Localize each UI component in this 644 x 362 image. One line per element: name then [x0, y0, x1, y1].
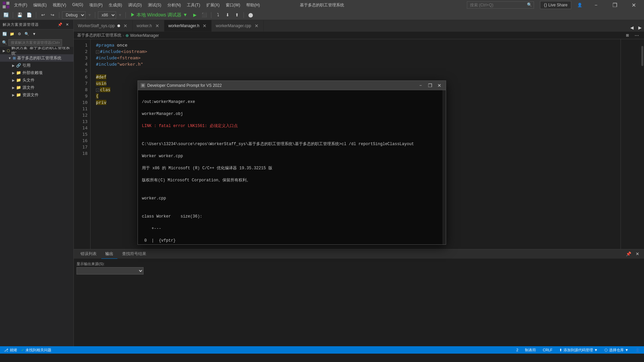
- tb-undo-btn[interactable]: ↩: [39, 11, 47, 19]
- breadcrumb-more-btn[interactable]: ⋯: [633, 32, 641, 40]
- statusbar-git[interactable]: ⎇ 就绪: [3, 346, 18, 354]
- tb-step-into[interactable]: ⬇: [223, 11, 231, 19]
- tree-headers[interactable]: ▶ 📁 头文件: [0, 76, 73, 84]
- account-icon-sb: 👤: [635, 348, 640, 352]
- tab-workermanager-h-close[interactable]: ✕: [202, 23, 207, 28]
- statusbar-account[interactable]: 👤: [634, 346, 641, 354]
- v-scrollbar[interactable]: [641, 39, 644, 249]
- tb-attach-btn[interactable]: ▶: [191, 11, 199, 19]
- select-repo-icon: ⬡: [604, 348, 608, 352]
- tab-worker-h-close[interactable]: ✕: [155, 23, 160, 28]
- statusbar-encoding[interactable]: CRLF: [541, 346, 554, 354]
- fold-btn-2[interactable]: -: [96, 50, 99, 54]
- tab-workermanager-h[interactable]: workerManager.h ✕: [164, 20, 212, 32]
- tab-worker-h[interactable]: worker.h ✕: [132, 20, 164, 32]
- menu-view[interactable]: 视图(V): [50, 2, 69, 9]
- overlay-titlebar[interactable]: ⊞ Developer Command Prompt for VS 2022 －…: [138, 81, 446, 90]
- statusbar-tab[interactable]: 制表符: [524, 346, 537, 354]
- panel-tab-output[interactable]: 输出: [101, 249, 117, 259]
- tree-resources[interactable]: ▶ 📁 资源文件: [0, 91, 73, 99]
- account-icon[interactable]: 👤: [575, 3, 585, 7]
- v-scrollbar-thumb[interactable]: [641, 46, 643, 66]
- close-button[interactable]: ✕: [626, 0, 641, 10]
- select-repo-label: 选择仓库 ▼: [609, 348, 629, 353]
- restore-button[interactable]: ❐: [607, 0, 623, 10]
- tab-workerstaff-close[interactable]: ✕: [123, 23, 128, 28]
- breadcrumb-project[interactable]: 基于多态的职工管理系统: [77, 33, 121, 38]
- sidebar-tb-btn2[interactable]: 📁: [9, 31, 15, 37]
- tab-label: 制表符: [525, 348, 536, 353]
- panel-close-btn[interactable]: ✕: [633, 250, 641, 258]
- statusbar-select-repo[interactable]: ⬡ 选择仓库 ▼: [603, 346, 630, 354]
- sidebar-tb-btn1[interactable]: 🔄: [1, 31, 8, 37]
- tree-sources[interactable]: ▶ 📁 源文件: [0, 84, 73, 91]
- run-button[interactable]: ▶ 本地 Windows 调试器 ▼: [128, 12, 190, 18]
- tb-step-over[interactable]: ⤵: [214, 11, 222, 19]
- tree-ext[interactable]: ▶ 📁 外部依赖项: [0, 69, 73, 76]
- menu-tools[interactable]: 工具(T): [184, 2, 203, 9]
- sidebar-tb-btn4[interactable]: 🔍: [23, 31, 30, 37]
- tb-redo-btn[interactable]: ↪: [48, 11, 56, 19]
- menu-build[interactable]: 生成(B): [106, 2, 125, 9]
- tab-workermanager-cpp-close[interactable]: ✕: [254, 23, 259, 28]
- live-share-button[interactable]: ⟨⟩ Live Share: [540, 1, 571, 9]
- menu-extensions[interactable]: 扩展(X): [204, 2, 222, 9]
- line-col-label: 2: [516, 348, 518, 352]
- tb-bp-btn[interactable]: ⬤: [247, 11, 255, 19]
- fold-btn-8[interactable]: -: [96, 88, 99, 92]
- tb-save-btn[interactable]: 💾: [16, 11, 24, 19]
- menu-file[interactable]: 文件(F): [11, 2, 30, 9]
- breadcrumb-symbol[interactable]: WorkerManager: [130, 33, 159, 38]
- svg-rect-1: [6, 2, 9, 5]
- tree-ref[interactable]: ▶ 🔗 引用: [0, 62, 73, 69]
- sidebar-tb-btn5[interactable]: ▼: [31, 31, 38, 37]
- menu-window[interactable]: 窗口(W): [223, 2, 243, 9]
- global-search-input[interactable]: [467, 1, 534, 9]
- panel-tab-errors[interactable]: 错误列表: [76, 249, 101, 259]
- sidebar-close-btn[interactable]: ✕: [64, 21, 71, 28]
- terminal-maximize-btn[interactable]: ❐: [426, 82, 434, 89]
- statusbar-line-col[interactable]: 2: [515, 346, 520, 354]
- terminal-minimize-btn[interactable]: －: [417, 82, 424, 89]
- sidebar-search-input[interactable]: [8, 39, 62, 46]
- platform-select[interactable]: x86: [98, 11, 116, 19]
- svg-rect-3: [6, 5, 9, 8]
- overlay-content[interactable]: /out:workerManager.exe workerManager.obj…: [138, 90, 442, 244]
- statusbar-status[interactable]: ✓ 未找到相关问题: [20, 346, 53, 354]
- statusbar-add-vcs[interactable]: ⬆ 添加到源代码管理 ▼: [558, 346, 599, 354]
- menu-git[interactable]: Git(G): [69, 2, 86, 9]
- terminal-close-btn[interactable]: ✕: [436, 82, 443, 89]
- menu-help[interactable]: 帮助(H): [244, 2, 263, 9]
- tab-workermanager-cpp[interactable]: workerManager.cpp ✕: [212, 20, 263, 32]
- panel-source-select[interactable]: [76, 267, 144, 275]
- minimize-button[interactable]: －: [588, 0, 604, 10]
- solution-root[interactable]: ▶ ⬡ 解决方案 '基于多态的职工管理系统': [0, 47, 73, 54]
- breadcrumb-symbol-icon: ⊕: [125, 33, 129, 38]
- tab-workerstaff[interactable]: WorkerStaff_sys.cpp ✕: [74, 20, 132, 32]
- solution-icon: ⬡: [7, 49, 10, 53]
- terminal-scrollbar[interactable]: [442, 90, 446, 244]
- tab-workermanager-h-label: workerManager.h: [168, 23, 200, 28]
- tab-scroll-left[interactable]: ◀: [628, 23, 636, 32]
- panel-pin-btn[interactable]: 📌: [625, 250, 633, 258]
- menu-analyze[interactable]: 分析(N): [165, 2, 184, 9]
- menu-debug[interactable]: 调试(D): [125, 2, 145, 9]
- sidebar-pin-btn[interactable]: 📌: [57, 21, 63, 28]
- menu-test[interactable]: 测试(S): [145, 2, 164, 9]
- tb-new-btn[interactable]: 🔄: [2, 11, 10, 19]
- sidebar-tb-btn3[interactable]: ⚙: [16, 31, 23, 37]
- tabs-right: ◀ ▶: [628, 23, 644, 32]
- tb-sep3: [59, 12, 59, 18]
- panel-tab-find[interactable]: 查找符号结果: [118, 249, 150, 259]
- titlebar-right: 🔍 ⟨⟩ Live Share 👤 － ❐ ✕: [467, 0, 641, 10]
- tb-step-out[interactable]: ⬆: [233, 11, 241, 19]
- debug-config-select[interactable]: Debug: [62, 11, 86, 19]
- sources-icon: 📁: [16, 85, 21, 90]
- breadcrumb-split-btn[interactable]: ⊞: [623, 32, 631, 40]
- tb-stop-btn[interactable]: ⬛: [200, 11, 208, 19]
- menu-project[interactable]: 项目(P): [87, 2, 105, 9]
- tab-scroll-right[interactable]: ▶: [636, 23, 644, 32]
- menu-edit[interactable]: 编辑(E): [31, 2, 49, 9]
- tb-save-all-btn[interactable]: 📄: [25, 11, 33, 19]
- ref-label: 引用: [22, 63, 31, 68]
